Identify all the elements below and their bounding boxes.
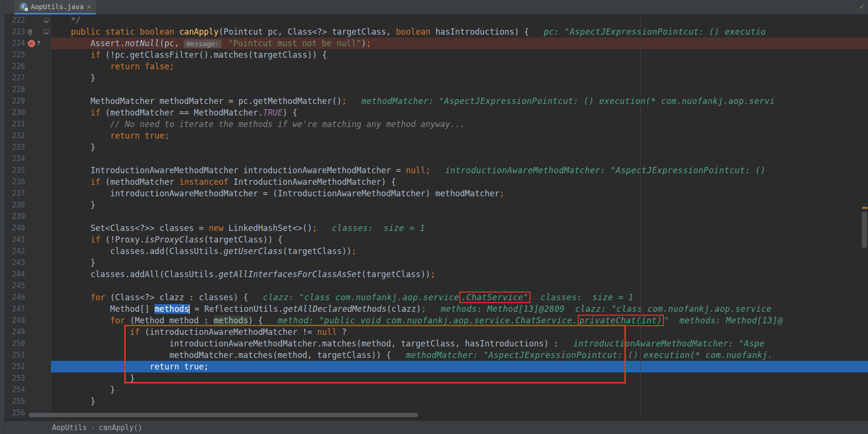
gutter[interactable]: 235 (5, 165, 51, 176)
code-text[interactable] (51, 153, 868, 165)
code-line[interactable]: 239 (5, 211, 868, 222)
code-line[interactable]: 245 (5, 280, 868, 292)
gutter[interactable]: 223@ (5, 26, 51, 38)
code-line[interactable]: 244 classes.addAll(ClassUtils.getAllInte… (5, 268, 868, 280)
code-line[interactable]: 243 } (5, 257, 868, 268)
code-text[interactable]: if (introductionAwareMethodMatcher != nu… (51, 326, 868, 338)
gutter[interactable]: 229 (5, 95, 51, 107)
code-line[interactable]: 248 for (Method method : methods) { meth… (5, 315, 868, 326)
question-mark-icon[interactable]: ? (37, 38, 40, 49)
code-text[interactable]: } (51, 257, 868, 268)
gutter[interactable]: 226 (5, 61, 51, 72)
code-text[interactable]: methodMatcher.matches(method, targetClas… (51, 349, 868, 361)
line-number[interactable]: 243 (5, 257, 27, 268)
line-number[interactable]: 229 (5, 95, 27, 107)
gutter[interactable]: 245 (5, 280, 51, 292)
gutter[interactable]: 234 (5, 153, 51, 165)
gutter[interactable]: 227 (5, 72, 51, 84)
code-line[interactable]: 247 Method[] methods = ReflectionUtils.g… (5, 303, 868, 315)
code-text[interactable]: MethodMatcher methodMatcher = pc.getMeth… (51, 95, 868, 107)
code-text[interactable]: } (51, 199, 868, 211)
code-line[interactable]: 223@ public static boolean canApply(Poin… (5, 26, 868, 38)
line-number[interactable]: 246 (5, 292, 27, 303)
code-line[interactable]: 226 return false; (5, 61, 868, 72)
gutter[interactable]: 228 (5, 84, 51, 95)
gutter[interactable]: 240 (5, 222, 51, 234)
gutter[interactable]: 231 (5, 118, 51, 130)
code-text[interactable]: if (!Proxy.isProxyClass(targetClass)) { (51, 234, 868, 245)
gutter[interactable]: 237 (5, 188, 51, 199)
gutter[interactable]: 249 (5, 326, 51, 338)
code-line[interactable]: 234 (5, 153, 868, 165)
breakpoint-icon[interactable] (28, 40, 35, 47)
gutter[interactable]: 233 (5, 141, 51, 153)
line-number[interactable]: 237 (5, 188, 27, 199)
code-text[interactable] (51, 84, 868, 95)
code-line[interactable]: 225 if (!pc.getClassFilter().matches(tar… (5, 49, 868, 61)
code-line[interactable]: 240 Set<Class<?>> classes = new LinkedHa… (5, 222, 868, 234)
line-number[interactable]: 235 (5, 165, 27, 176)
code-line[interactable]: 241 if (!Proxy.isProxyClass(targetClass)… (5, 234, 868, 245)
code-line[interactable]: 229 MethodMatcher methodMatcher = pc.get… (5, 95, 868, 107)
code-text[interactable]: Set<Class<?>> classes = new LinkedHashSe… (51, 222, 868, 234)
code-text[interactable]: for (Method method : methods) { method: … (51, 315, 868, 326)
code-text[interactable]: } (51, 396, 868, 407)
code-text[interactable]: if (methodMatcher instanceof Introductio… (51, 176, 868, 188)
breadcrumb-item-class[interactable]: AopUtils (52, 423, 87, 432)
code-text[interactable]: } (51, 372, 868, 384)
breadcrumb-item-method[interactable]: canApply() (99, 423, 142, 432)
gutter[interactable]: 239 (5, 211, 51, 222)
line-number[interactable]: 248 (5, 315, 27, 326)
code-text[interactable]: IntroductionAwareMethodMatcher introduct… (51, 165, 868, 176)
code-text[interactable]: return true; (51, 130, 868, 141)
code-line[interactable]: 222 */ (5, 14, 868, 26)
line-number[interactable]: 231 (5, 118, 27, 130)
code-line[interactable]: 236 if (methodMatcher instanceof Introdu… (5, 176, 868, 188)
gutter[interactable]: 252 (5, 361, 51, 372)
line-number[interactable]: 249 (5, 326, 27, 338)
line-number[interactable]: 250 (5, 338, 27, 349)
line-number[interactable]: 247 (5, 303, 27, 315)
gutter[interactable]: 232 (5, 130, 51, 141)
error-stripe-mark[interactable] (862, 207, 868, 209)
code-text[interactable]: introductionAwareMethodMatcher = (Introd… (51, 188, 868, 199)
line-number[interactable]: 244 (5, 268, 27, 280)
code-line[interactable]: 253 } (5, 372, 868, 384)
gutter[interactable]: 250 (5, 338, 51, 349)
code-text[interactable]: return true; (51, 361, 868, 372)
line-number[interactable]: 236 (5, 176, 27, 188)
code-line[interactable]: 254 } (5, 384, 868, 396)
line-number[interactable]: 238 (5, 199, 27, 211)
code-line[interactable]: 250 introductionAwareMethodMatcher.match… (5, 338, 868, 349)
code-line[interactable]: 235 IntroductionAwareMethodMatcher intro… (5, 165, 868, 176)
line-number[interactable]: 245 (5, 280, 27, 292)
line-number[interactable]: 225 (5, 49, 27, 61)
code-text[interactable]: Method[] methods = ReflectionUtils.getAl… (51, 303, 868, 315)
code-text[interactable]: public static boolean canApply(Pointcut … (51, 26, 868, 38)
code-line[interactable]: 232 return true; (5, 130, 868, 141)
line-number[interactable]: 254 (5, 384, 27, 396)
line-number[interactable]: 253 (5, 372, 27, 384)
line-number[interactable]: 228 (5, 84, 27, 95)
code-line[interactable]: 230 if (methodMatcher == MethodMatcher.T… (5, 107, 868, 118)
code-line[interactable]: 231 // No need to iterate the methods if… (5, 118, 868, 130)
vertical-scrollbar[interactable] (862, 212, 867, 248)
line-number[interactable]: 223 (5, 26, 27, 38)
line-number[interactable]: 222 (5, 14, 27, 26)
at-icon[interactable]: @ (28, 26, 32, 38)
horizontal-scrollbar[interactable] (29, 413, 418, 417)
gutter[interactable]: 243 (5, 257, 51, 268)
line-number[interactable]: 234 (5, 153, 27, 165)
gutter[interactable]: 255 (5, 396, 51, 407)
gutter[interactable]: 251 (5, 349, 51, 361)
close-icon[interactable]: × (87, 3, 91, 10)
code-text[interactable]: if (!pc.getClassFilter().matches(targetC… (51, 49, 868, 61)
line-number[interactable]: 232 (5, 130, 27, 141)
code-line[interactable]: 237 introductionAwareMethodMatcher = (In… (5, 188, 868, 199)
code-line[interactable]: 252 return true; (5, 361, 868, 372)
gutter[interactable]: 246 (5, 292, 51, 303)
code-text[interactable]: Assert.notNull(pc, message: "Pointcut mu… (51, 38, 868, 49)
line-number[interactable]: 227 (5, 72, 27, 84)
gutter[interactable]: 222 (5, 14, 51, 26)
fold-marker-icon[interactable] (44, 18, 49, 23)
